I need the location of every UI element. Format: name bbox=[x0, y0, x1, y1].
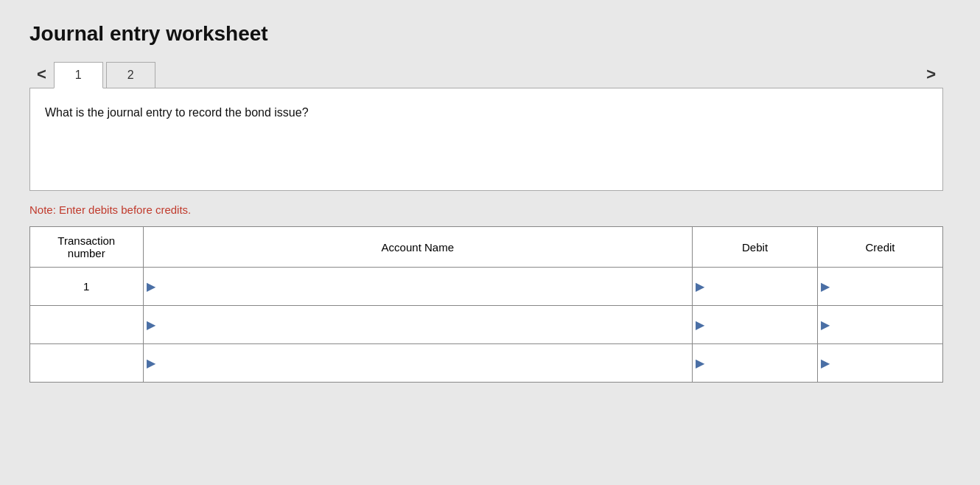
table-row: ▶▶▶ bbox=[30, 306, 943, 344]
tab-2[interactable]: 2 bbox=[106, 62, 155, 88]
prev-arrow[interactable]: < bbox=[29, 60, 54, 88]
cell-account-0[interactable]: ▶ bbox=[143, 268, 693, 306]
credit-input-2[interactable] bbox=[833, 355, 939, 372]
credit-input-1[interactable] bbox=[833, 316, 939, 334]
credit-arrow-icon-0: ▶ bbox=[821, 279, 830, 293]
next-arrow[interactable]: > bbox=[919, 60, 943, 88]
header-account: Account Name bbox=[143, 227, 693, 268]
note-text: Note: Enter debits before credits. bbox=[29, 203, 951, 216]
cell-credit-2[interactable]: ▶ bbox=[818, 344, 943, 383]
header-debit: Debit bbox=[693, 227, 818, 268]
account-input-1[interactable] bbox=[158, 316, 690, 334]
account-input-2[interactable] bbox=[158, 355, 690, 372]
tabs-navigation: < 1 2 > bbox=[29, 60, 943, 88]
page-title: Journal entry worksheet bbox=[29, 22, 951, 46]
debit-input-2[interactable] bbox=[707, 355, 814, 372]
debit-input-0[interactable] bbox=[707, 278, 814, 296]
journal-table: Transaction number Account Name Debit Cr… bbox=[29, 226, 943, 383]
header-transaction: Transaction number bbox=[30, 227, 144, 268]
debit-input-1[interactable] bbox=[707, 316, 814, 334]
credit-input-0[interactable] bbox=[833, 278, 939, 296]
cell-account-1[interactable]: ▶ bbox=[143, 306, 693, 344]
header-credit: Credit bbox=[818, 227, 943, 268]
account-arrow-icon-1: ▶ bbox=[147, 318, 155, 332]
question-box: What is the journal entry to record the … bbox=[29, 88, 943, 191]
account-arrow-icon-0: ▶ bbox=[147, 279, 155, 293]
cell-credit-1[interactable]: ▶ bbox=[818, 306, 943, 344]
credit-arrow-icon-2: ▶ bbox=[821, 356, 830, 370]
cell-credit-0[interactable]: ▶ bbox=[818, 268, 943, 306]
debit-arrow-icon-2: ▶ bbox=[696, 356, 704, 370]
account-input-0[interactable] bbox=[158, 278, 690, 296]
cell-debit-0[interactable]: ▶ bbox=[693, 268, 818, 306]
cell-account-2[interactable]: ▶ bbox=[143, 344, 693, 383]
table-row: 1▶▶▶ bbox=[30, 268, 943, 306]
question-text: What is the journal entry to record the … bbox=[45, 106, 928, 119]
cell-debit-2[interactable]: ▶ bbox=[693, 344, 818, 383]
cell-transaction-1 bbox=[30, 306, 144, 344]
cell-debit-1[interactable]: ▶ bbox=[693, 306, 818, 344]
debit-arrow-icon-0: ▶ bbox=[696, 279, 704, 293]
credit-arrow-icon-1: ▶ bbox=[821, 318, 830, 332]
table-row: ▶▶▶ bbox=[30, 344, 943, 383]
debit-arrow-icon-1: ▶ bbox=[696, 318, 704, 332]
account-arrow-icon-2: ▶ bbox=[147, 356, 155, 370]
cell-transaction-0: 1 bbox=[30, 268, 144, 306]
cell-transaction-2 bbox=[30, 344, 144, 383]
tab-1[interactable]: 1 bbox=[54, 62, 103, 88]
